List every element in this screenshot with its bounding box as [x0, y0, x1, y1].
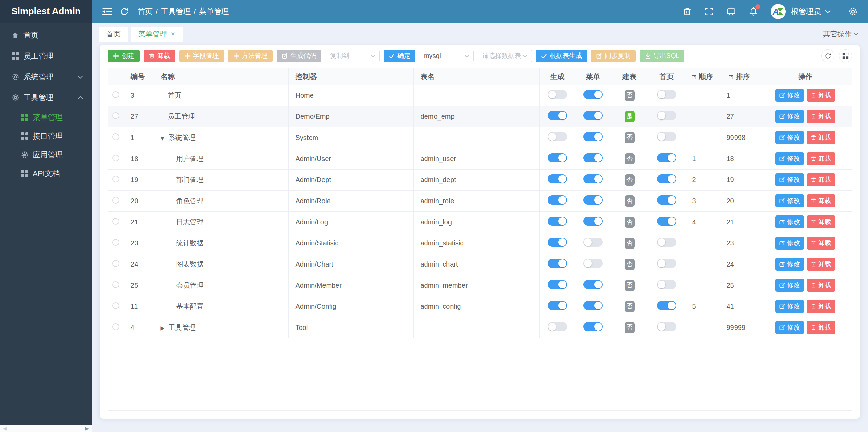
- generate-toggle[interactable]: [548, 259, 567, 268]
- scroll-left-icon[interactable]: ◀: [3, 426, 7, 431]
- refresh-table-button[interactable]: [821, 49, 834, 62]
- homepage-toggle[interactable]: [657, 90, 676, 99]
- collapse-caret-icon[interactable]: ▼: [161, 135, 166, 141]
- generate-toggle[interactable]: [548, 111, 567, 120]
- uninstall-row-button[interactable]: 卸载: [807, 279, 835, 292]
- settings-gear-icon[interactable]: [848, 7, 858, 16]
- edit-row-button[interactable]: 修改: [775, 321, 804, 334]
- trash-icon[interactable]: [683, 7, 692, 16]
- uninstall-row-button[interactable]: 卸载: [807, 300, 835, 313]
- edit-row-button[interactable]: 修改: [775, 300, 804, 313]
- sidebar-item-api-manage[interactable]: 接口管理: [0, 127, 92, 145]
- generate-code-button[interactable]: 生成代码: [277, 50, 321, 62]
- edit-row-button[interactable]: 修改: [775, 279, 804, 292]
- sidebar-item-employee[interactable]: 员工管理: [0, 46, 92, 66]
- edit-row-button[interactable]: 修改: [775, 110, 804, 123]
- row-radio[interactable]: [112, 176, 119, 182]
- generate-toggle[interactable]: [548, 301, 567, 310]
- row-radio[interactable]: [112, 197, 119, 204]
- scroll-right-icon[interactable]: ▶: [85, 426, 89, 431]
- menu-toggle[interactable]: [583, 259, 603, 268]
- field-manage-button[interactable]: 字段管理: [179, 50, 224, 62]
- sidebar-scrollbar[interactable]: ◀ ▶: [0, 425, 92, 432]
- homepage-toggle[interactable]: [657, 217, 676, 226]
- row-radio[interactable]: [112, 218, 119, 225]
- generate-toggle[interactable]: [548, 153, 567, 162]
- uninstall-row-button[interactable]: 卸载: [807, 152, 835, 165]
- menu-toggle[interactable]: [583, 238, 603, 247]
- tab-menu-manage[interactable]: 菜单管理 ×: [131, 27, 183, 42]
- sidebar-item-home[interactable]: 首页: [0, 25, 92, 46]
- sidebar-item-tools[interactable]: 工具管理: [0, 87, 92, 108]
- edit-row-button[interactable]: 修改: [775, 173, 804, 186]
- homepage-toggle[interactable]: [657, 238, 676, 247]
- generate-toggle[interactable]: [548, 322, 567, 331]
- edit-row-button[interactable]: 修改: [775, 89, 804, 102]
- uninstall-button[interactable]: 卸载: [144, 50, 175, 62]
- method-manage-button[interactable]: 方法管理: [228, 50, 273, 62]
- refresh-page-icon[interactable]: [120, 7, 129, 16]
- tab-home[interactable]: 首页: [99, 27, 128, 42]
- expand-caret-icon[interactable]: ▶: [161, 325, 166, 331]
- menu-toggle[interactable]: [583, 322, 603, 331]
- generate-toggle[interactable]: [548, 90, 567, 99]
- homepage-toggle[interactable]: [657, 322, 676, 331]
- menu-toggle[interactable]: [583, 195, 603, 205]
- uninstall-row-button[interactable]: 卸载: [807, 237, 835, 250]
- homepage-toggle[interactable]: [657, 153, 676, 162]
- generate-toggle[interactable]: [548, 238, 567, 247]
- edit-row-button[interactable]: 修改: [775, 131, 804, 144]
- homepage-toggle[interactable]: [657, 301, 676, 310]
- sidebar-item-api-doc[interactable]: API文档: [0, 164, 92, 183]
- menu-toggle[interactable]: [583, 153, 603, 162]
- menu-toggle[interactable]: [583, 111, 603, 120]
- column-settings-button[interactable]: [839, 49, 852, 62]
- sidebar-item-system[interactable]: 系统管理: [0, 66, 92, 87]
- user-menu[interactable]: 根管理员: [791, 6, 831, 17]
- uninstall-row-button[interactable]: 卸载: [807, 173, 835, 186]
- database-select[interactable]: mysql: [420, 50, 474, 62]
- copy-to-select[interactable]: 复制到: [326, 50, 380, 62]
- row-radio[interactable]: [112, 260, 119, 267]
- menu-toggle[interactable]: [583, 174, 603, 183]
- create-button[interactable]: 创建: [108, 50, 140, 62]
- row-radio[interactable]: [112, 133, 119, 140]
- menu-toggle[interactable]: [583, 301, 603, 310]
- homepage-toggle[interactable]: [657, 195, 676, 205]
- homepage-toggle[interactable]: [657, 132, 676, 141]
- menu-toggle[interactable]: [583, 132, 603, 141]
- sidebar-item-menu-manage[interactable]: 菜单管理: [0, 108, 92, 127]
- row-radio[interactable]: [112, 281, 119, 288]
- screen-share-icon[interactable]: [726, 7, 736, 16]
- edit-row-button[interactable]: 修改: [775, 215, 804, 228]
- uninstall-row-button[interactable]: 卸载: [807, 215, 835, 228]
- menu-toggle[interactable]: [583, 280, 603, 289]
- homepage-toggle[interactable]: [657, 280, 676, 289]
- sync-copy-button[interactable]: 同步复制: [591, 50, 636, 62]
- homepage-toggle[interactable]: [657, 111, 676, 120]
- row-radio[interactable]: [112, 239, 119, 246]
- uninstall-row-button[interactable]: 卸载: [807, 321, 835, 334]
- edit-row-button[interactable]: 修改: [775, 258, 804, 271]
- row-radio[interactable]: [112, 112, 119, 119]
- generate-toggle[interactable]: [548, 195, 567, 205]
- uninstall-row-button[interactable]: 卸载: [807, 258, 835, 271]
- uninstall-row-button[interactable]: 卸载: [807, 131, 835, 144]
- generate-toggle[interactable]: [548, 174, 567, 183]
- breadcrumb-home[interactable]: 首页: [138, 6, 153, 17]
- notifications-bell-icon[interactable]: [749, 7, 758, 16]
- breadcrumb-menu[interactable]: 菜单管理: [199, 6, 229, 17]
- confirm-button[interactable]: 确定: [384, 50, 415, 62]
- row-radio[interactable]: [112, 302, 119, 309]
- more-actions-dropdown[interactable]: 其它操作: [823, 29, 858, 39]
- uninstall-row-button[interactable]: 卸载: [807, 194, 835, 207]
- generate-toggle[interactable]: [548, 280, 567, 289]
- uninstall-row-button[interactable]: 卸载: [807, 110, 835, 123]
- row-radio[interactable]: [112, 323, 119, 330]
- menu-toggle[interactable]: [583, 90, 603, 99]
- menu-toggle[interactable]: [583, 217, 603, 226]
- generate-by-table-button[interactable]: 根据表生成: [536, 50, 587, 62]
- uninstall-row-button[interactable]: 卸载: [807, 89, 835, 102]
- generate-toggle[interactable]: [548, 217, 567, 226]
- sidebar-item-app-manage[interactable]: 应用管理: [0, 145, 92, 164]
